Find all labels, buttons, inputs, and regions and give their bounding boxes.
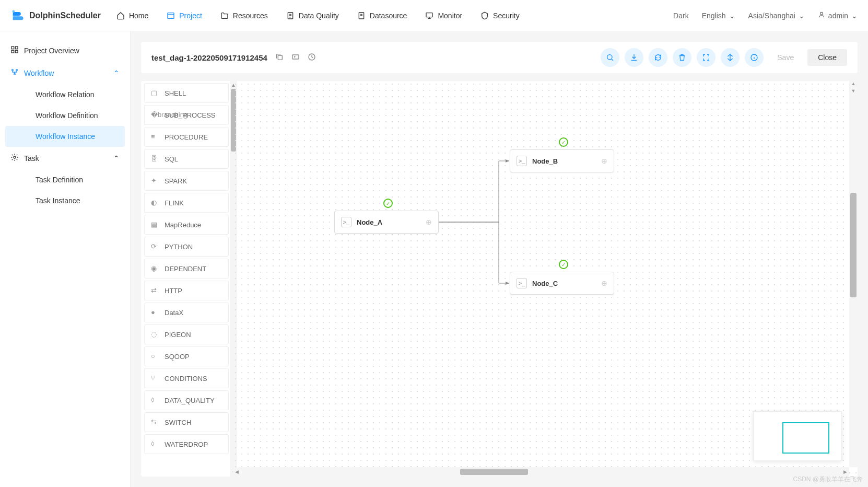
dq-icon: ◊: [151, 396, 159, 404]
sidebar-task-definition[interactable]: Task Definition: [0, 169, 130, 190]
sidebar-task-group[interactable]: Task ⌃: [0, 147, 130, 169]
theme-toggle[interactable]: Dark: [673, 11, 689, 20]
plus-icon[interactable]: ⊕: [601, 157, 607, 165]
workflow-icon: [10, 68, 19, 78]
shell-icon: >_: [517, 156, 527, 166]
palette-item[interactable]: ⟳PYTHON: [144, 237, 229, 257]
sidebar-workflow-instance[interactable]: Workflow Instance: [5, 126, 125, 147]
scroll-right-icon[interactable]: ▶: [841, 469, 849, 474]
dependent-icon: ◉: [151, 264, 159, 273]
monitor-icon: [425, 11, 433, 20]
palette-item[interactable]: ◊WATERDROP: [144, 434, 229, 454]
spark-icon: ✦: [151, 177, 159, 185]
shield-icon: [480, 11, 489, 20]
pigeon-icon: ◌: [151, 330, 159, 339]
sidebar: Project Overview Workflow ⌃ Workflow Rel…: [0, 31, 131, 487]
palette-item[interactable]: ✦SPARK: [144, 171, 229, 191]
shell-icon: ▢: [151, 89, 159, 97]
version-icon[interactable]: [308, 53, 316, 63]
shell-icon: >_: [517, 278, 527, 288]
nav-security[interactable]: Security: [480, 11, 520, 20]
variables-icon[interactable]: [291, 53, 300, 63]
scroll-up-icon[interactable]: ▲: [849, 81, 858, 88]
svg-rect-14: [278, 55, 282, 60]
sidebar-workflow-group[interactable]: Workflow ⌃: [0, 62, 130, 84]
palette-item[interactable]: ⇄HTTP: [144, 281, 229, 300]
palette-item[interactable]: ◉DEPENDENT: [144, 259, 229, 279]
minimap-viewport[interactable]: [782, 422, 829, 454]
svg-rect-6: [11, 47, 14, 49]
nav-data-quality[interactable]: Data Quality: [286, 11, 339, 20]
palette-item[interactable]: ◊DATA_QUALITY: [144, 390, 229, 410]
http-icon: ⇄: [151, 286, 159, 295]
sidebar-workflow-relation[interactable]: Workflow Relation: [0, 84, 130, 105]
delete-button[interactable]: [673, 48, 691, 67]
sidebar-project-overview[interactable]: Project Overview: [0, 39, 130, 62]
palette-item[interactable]: ▢SHELL: [144, 83, 229, 103]
project-icon: [167, 11, 175, 20]
main-nav: Home Project Resources Data Quality Data…: [116, 11, 673, 20]
palette-item[interactable]: 🗄SQL: [144, 149, 229, 169]
palette-item[interactable]: ⑂CONDITIONS: [144, 368, 229, 388]
nav-monitor[interactable]: Monitor: [425, 11, 462, 20]
chevron-down-icon: ⌄: [851, 11, 858, 20]
plus-icon[interactable]: ⊕: [426, 218, 432, 226]
sidebar-task-instance[interactable]: Task Instance: [0, 190, 130, 211]
datax-icon: ●: [151, 308, 159, 317]
nav-project[interactable]: Project: [167, 11, 202, 20]
chevron-down-icon: ⌄: [799, 11, 805, 20]
palette-item[interactable]: ▤MapReduce: [144, 215, 229, 235]
gear-icon: [10, 153, 19, 163]
palette-item[interactable]: ◌PIGEON: [144, 324, 229, 344]
format-button[interactable]: [721, 48, 740, 67]
nav-resources[interactable]: Resources: [220, 11, 268, 20]
close-button[interactable]: Close: [807, 49, 847, 66]
database-icon: [357, 11, 366, 20]
svg-point-11: [16, 69, 18, 71]
logo[interactable]: DolphinScheduler: [10, 8, 101, 23]
logo-icon: [10, 8, 25, 23]
palette-item[interactable]: ⇆SWITCH: [144, 412, 229, 432]
scroll-left-icon[interactable]: ◀: [232, 469, 241, 474]
info-button[interactable]: [745, 48, 764, 67]
timezone-select[interactable]: Asia/Shanghai ⌄: [748, 11, 805, 20]
language-select[interactable]: English ⌄: [702, 11, 735, 20]
refresh-button[interactable]: [649, 48, 667, 67]
scrollbar-thumb[interactable]: [850, 193, 857, 297]
minimap[interactable]: [753, 411, 842, 461]
python-icon: ⟳: [151, 242, 159, 251]
canvas-vscrollbar[interactable]: ▲ ▼: [849, 81, 858, 467]
waterdrop-icon: ◊: [151, 440, 159, 448]
fullscreen-button[interactable]: [697, 48, 715, 67]
main: test_dag-1-20220509171912454 Save Close: [131, 31, 868, 487]
subprocess-icon: �branching: [151, 111, 159, 119]
plus-icon[interactable]: ⊕: [601, 279, 607, 287]
nav-home[interactable]: Home: [116, 11, 148, 20]
status-success-icon: ✓: [559, 260, 568, 269]
sqoop-icon: ○: [151, 352, 159, 361]
palette-item[interactable]: ●DataX: [144, 303, 229, 322]
task-palette: ▢SHELL �branchingSUB_PROCESS ≡PROCEDURE …: [141, 81, 232, 477]
svg-point-5: [820, 12, 823, 15]
search-button[interactable]: [601, 48, 619, 67]
palette-item[interactable]: �branchingSUB_PROCESS: [144, 105, 229, 125]
svg-rect-1: [168, 13, 174, 18]
scrollbar-thumb[interactable]: [460, 469, 528, 475]
dag-node-b[interactable]: >_ Node_B ⊕: [510, 149, 614, 172]
user-menu[interactable]: admin ⌄: [818, 11, 858, 20]
svg-rect-4: [426, 13, 432, 17]
dag-node-a[interactable]: >_ Node_A ⊕: [334, 211, 439, 234]
download-button[interactable]: [625, 48, 643, 67]
user-icon: [818, 11, 825, 20]
nav-datasource[interactable]: Datasource: [357, 11, 407, 20]
sidebar-workflow-definition[interactable]: Workflow Definition: [0, 105, 130, 126]
svg-point-10: [12, 69, 14, 71]
palette-item[interactable]: ◐FLINK: [144, 193, 229, 213]
palette-item[interactable]: ○SQOOP: [144, 346, 229, 366]
palette-item[interactable]: ≡PROCEDURE: [144, 127, 229, 147]
dag-node-c[interactable]: >_ Node_C ⊕: [510, 272, 614, 295]
svg-point-12: [14, 74, 16, 75]
canvas-hscrollbar[interactable]: ◀ ▶: [232, 467, 849, 477]
copy-icon[interactable]: [275, 53, 284, 63]
conditions-icon: ⑂: [151, 374, 159, 382]
